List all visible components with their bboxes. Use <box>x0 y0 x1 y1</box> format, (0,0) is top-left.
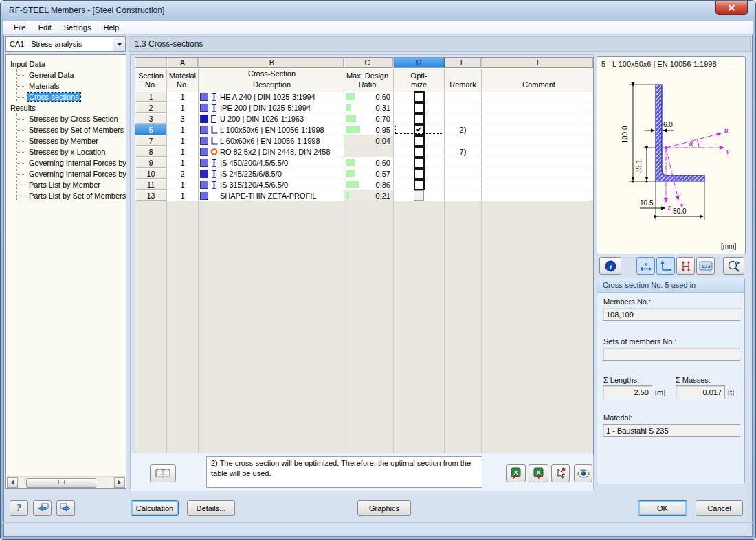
description-cell[interactable]: HE A 240 | DIN 1025-3:1994 <box>199 91 344 102</box>
material-no-cell[interactable]: 2 <box>167 168 199 179</box>
comment-cell[interactable] <box>482 135 593 146</box>
nav-item-governing-internal-forces-by-s[interactable]: Governing Internal Forces by S <box>17 168 126 179</box>
comment-cell[interactable] <box>482 102 593 113</box>
nav-item-stresses-by-x-location[interactable]: Stresses by x-Location <box>17 146 126 157</box>
description-cell[interactable]: IS 245/225/6/8.5/0 <box>199 168 344 179</box>
close-button[interactable] <box>715 1 748 15</box>
section-no-cell[interactable]: 7 <box>135 135 167 146</box>
optimize-cell[interactable] <box>394 135 445 146</box>
stress-points-button[interactable] <box>676 257 695 275</box>
comment-cell[interactable] <box>482 91 593 102</box>
description-cell[interactable]: IPE 200 | DIN 1025-5:1994 <box>199 102 344 113</box>
description-cell[interactable]: IS 450/200/4.5/5.5/0 <box>199 157 344 168</box>
nav-item-parts-list-by-member[interactable]: Parts List by Member <box>17 179 126 190</box>
comment-cell[interactable] <box>482 146 593 157</box>
comment-cell[interactable] <box>482 113 593 124</box>
combobox-dropdown-button[interactable] <box>113 37 125 51</box>
menu-settings[interactable]: Settings <box>58 21 98 34</box>
optimize-cell[interactable] <box>394 168 445 179</box>
scroll-left-button[interactable] <box>7 477 18 488</box>
excel-import-button[interactable]: X <box>506 464 526 482</box>
column-letter-a[interactable]: A <box>167 58 199 68</box>
material-no-cell[interactable]: 1 <box>167 135 199 146</box>
optimize-cell[interactable] <box>394 146 445 157</box>
remark-cell[interactable] <box>445 190 482 201</box>
comment-cell[interactable] <box>482 179 593 190</box>
optimize-checkbox[interactable] <box>414 179 425 190</box>
nav-group-input-data[interactable]: Input Data <box>10 58 126 69</box>
section-no-cell[interactable]: 11 <box>135 179 167 190</box>
section-no-cell[interactable]: 10 <box>135 168 167 179</box>
optimize-checkbox[interactable] <box>414 168 425 179</box>
remark-cell[interactable] <box>445 102 482 113</box>
comment-cell[interactable] <box>482 124 593 135</box>
previous-window-button[interactable] <box>33 500 52 516</box>
nav-item-general-data[interactable]: General Data <box>17 69 126 80</box>
cancel-button[interactable]: Cancel <box>696 500 743 516</box>
optimize-checkbox[interactable] <box>414 135 425 146</box>
excel-export-button[interactable]: X <box>529 464 548 482</box>
case-combobox[interactable]: CA1 - Stress analysis <box>5 36 126 52</box>
nav-item-materials[interactable]: Materials <box>17 80 126 91</box>
remark-cell[interactable] <box>445 179 482 190</box>
section-no-cell[interactable]: 8 <box>135 146 167 157</box>
pick-select-button[interactable] <box>551 464 570 482</box>
remark-cell[interactable]: 7) <box>445 146 482 157</box>
section-no-cell[interactable]: 2 <box>135 102 167 113</box>
nav-item-parts-list-by-set-of-members[interactable]: Parts List by Set of Members <box>17 190 126 201</box>
section-no-cell[interactable]: 9 <box>135 157 167 168</box>
notes-book-button[interactable] <box>150 464 176 482</box>
description-cell[interactable]: RO 82.5x2 | DIN 2448, DIN 2458 <box>199 146 344 157</box>
remark-cell[interactable] <box>445 168 482 179</box>
material-no-cell[interactable]: 1 <box>167 190 199 201</box>
nav-item-stresses-by-member[interactable]: Stresses by Member <box>17 135 126 146</box>
comment-cell[interactable] <box>482 190 593 201</box>
description-cell[interactable]: IS 315/120/4.5/6.5/0 <box>199 179 344 190</box>
optimize-cell[interactable] <box>394 102 445 113</box>
material-no-cell[interactable]: 1 <box>167 146 199 157</box>
description-cell[interactable]: L 60x60x6 | EN 10056-1:1998 <box>199 135 344 146</box>
scrollbar-thumb[interactable] <box>26 478 96 488</box>
dimensions-toggle-button[interactable]: x <box>636 257 655 275</box>
material-no-cell[interactable]: 1 <box>167 102 199 113</box>
ok-button[interactable]: OK <box>638 500 687 516</box>
material-no-cell[interactable]: 1 <box>167 179 199 190</box>
zoom-select-button[interactable] <box>723 257 744 275</box>
column-letter-d[interactable]: D <box>394 58 445 68</box>
section-no-cell[interactable]: 5 <box>135 124 167 135</box>
nav-horizontal-scrollbar[interactable] <box>7 476 125 488</box>
nav-item-governing-internal-forces-by-m[interactable]: Governing Internal Forces by M <box>17 157 126 168</box>
optimize-checkbox[interactable] <box>414 157 425 168</box>
column-letter-b[interactable]: B <box>199 58 344 68</box>
nav-item-stresses-by-cross-section[interactable]: Stresses by Cross-Section <box>17 113 126 124</box>
optimize-checkbox[interactable] <box>414 91 425 102</box>
next-window-button[interactable] <box>56 500 75 516</box>
section-no-cell[interactable]: 1 <box>135 91 167 102</box>
optimize-checkbox[interactable] <box>414 190 424 201</box>
help-button[interactable]: ? <box>10 500 28 516</box>
remark-cell[interactable] <box>445 91 482 102</box>
nav-item-cross-sections[interactable]: Cross-sections <box>17 91 126 102</box>
optimize-cell[interactable] <box>394 91 445 102</box>
nav-group-results[interactable]: Results <box>10 102 126 113</box>
optimize-cell[interactable] <box>394 113 445 124</box>
menu-file[interactable]: File <box>8 21 32 34</box>
column-letter-c[interactable]: C <box>344 58 394 68</box>
optimize-cell[interactable]: ✔ <box>394 124 445 135</box>
material-no-cell[interactable]: 1 <box>167 124 199 135</box>
view-eye-button[interactable] <box>574 464 592 482</box>
description-cell[interactable]: U 200 | DIN 1026-1:1963 <box>199 113 344 124</box>
graphics-button[interactable]: Graphics <box>357 500 411 516</box>
material-no-cell[interactable]: 1 <box>167 91 199 102</box>
material-no-cell[interactable]: 3 <box>167 113 199 124</box>
nav-item-stresses-by-set-of-members[interactable]: Stresses by Set of Members <box>17 124 126 135</box>
remark-cell[interactable] <box>445 113 482 124</box>
comment-cell[interactable] <box>482 157 593 168</box>
optimize-checkbox[interactable] <box>414 113 425 124</box>
description-cell[interactable]: SHAPE-THIN ZETA-PROFIL <box>199 190 344 201</box>
axes-toggle-button[interactable] <box>656 257 675 275</box>
optimize-cell[interactable] <box>394 157 445 168</box>
menu-edit[interactable]: Edit <box>32 21 58 34</box>
numbering-button[interactable]: 123 <box>696 257 715 275</box>
optimize-checkbox[interactable] <box>414 102 425 113</box>
